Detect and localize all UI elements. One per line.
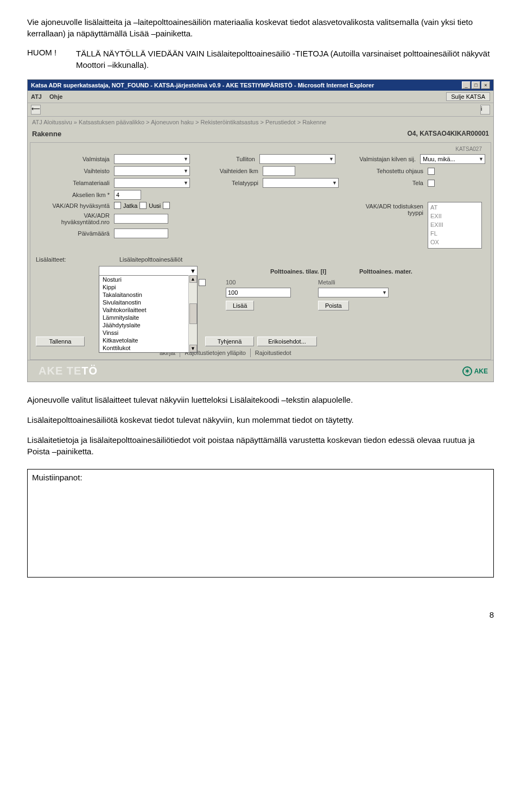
checkbox-tehostettu[interactable] <box>428 168 435 175</box>
select-valmistaja[interactable]: ▼ <box>114 154 190 164</box>
env-stamp: AKE TETÖ <box>33 363 103 379</box>
polttoaines-mater-value: Metalli <box>318 279 335 286</box>
note-row: HUOM ! TÄLLÄ NÄYTÖLLÄ VIEDÄÄN VAIN Lisäl… <box>27 48 494 71</box>
dropdown-item[interactable]: Jäähdytyslaite <box>99 321 188 329</box>
window-title: Katsa ADR superkatsastaja, NOT_FOUND - K… <box>31 82 374 88</box>
label-vak-nro: VAK/ADR hyväksyntätod.nro <box>36 212 112 225</box>
input-paivamaara[interactable] <box>114 229 168 238</box>
notes-label: Muistiinpanot: <box>32 473 82 482</box>
dropdown-item[interactable]: Takalaitanostin <box>99 291 188 299</box>
dropdown-scrollbar[interactable]: ▲ ▼ <box>188 275 197 352</box>
tyhjenna-button[interactable]: Tyhjennä <box>205 337 254 346</box>
input-polttoaines-tilav[interactable] <box>226 288 291 297</box>
page-number: 8 <box>27 610 494 619</box>
list-item[interactable]: FL <box>430 230 479 238</box>
select-tulliton[interactable]: ▼ <box>259 154 335 164</box>
app-window: Katsa ADR superkatsastaja, NOT_FOUND - K… <box>27 79 494 382</box>
label-uusi: Uusi <box>149 202 161 209</box>
list-item[interactable]: EXIII <box>430 221 479 230</box>
select-polttoaines-mater[interactable]: ▼ <box>318 288 389 297</box>
lisalaite-dropdown-open[interactable]: ▼ Nosturi Kippi Takalaitanostin Sivulait… <box>99 266 198 353</box>
minimize-button[interactable]: _ <box>462 81 471 89</box>
lisaa-button[interactable]: Lisää <box>226 301 254 310</box>
info-icon[interactable]: i <box>480 105 490 115</box>
scroll-down-icon[interactable]: ▼ <box>189 345 197 352</box>
ake-logo: ✶AKE <box>462 366 488 376</box>
select-telatyyppi[interactable]: ▼ <box>263 178 339 188</box>
chevron-down-icon: ▼ <box>183 180 188 186</box>
scroll-thumb[interactable] <box>189 303 197 324</box>
label-vak-hyvaksynta: VAK/ADR hyväksyntä <box>36 202 112 209</box>
dropdown-list: Nosturi Kippi Takalaitanostin Sivulaitan… <box>99 275 188 352</box>
checkbox-jatka[interactable] <box>139 202 147 209</box>
dropdown-item[interactable]: Lämmityslaite <box>99 314 188 321</box>
para-after-3: Lisälaitetietoja ja lisälaitepolttoaines… <box>27 434 494 457</box>
note-text: TÄLLÄ NÄYTÖLLÄ VIEDÄÄN VAIN Lisälaitepol… <box>76 48 494 71</box>
note-label: HUOM ! <box>27 48 76 71</box>
list-vak-todistus-tyyppi[interactable]: AT EXII EXIII FL OX <box>428 202 482 249</box>
para-after-2: Lisälaitepolttoainesäiliötä koskevat tie… <box>27 414 494 426</box>
label-paivamaara: Päivämäärä <box>36 230 112 237</box>
select-vaihteisto[interactable]: ▼ <box>114 166 190 176</box>
label-valmistaja: Valmistaja <box>36 156 112 162</box>
label-tehostettu: Tehostettu ohjaus <box>350 168 425 174</box>
dropdown-item[interactable]: Nosturi <box>99 276 188 283</box>
poista-button[interactable]: Poista <box>318 301 349 310</box>
chevron-down-icon: ▼ <box>190 268 196 274</box>
polttoaines-tilav-value: 100 <box>226 279 236 286</box>
menu-ohje[interactable]: Ohje <box>49 93 62 100</box>
label-telamateriaali: Telamateriaali <box>36 180 112 186</box>
page-title: Rakenne <box>32 130 61 138</box>
chevron-down-icon: ▼ <box>332 180 337 186</box>
header-polttoaines-mater: Polttoaines. mater. <box>359 268 485 275</box>
select-kilven-sij[interactable]: Muu, mikä...▼ <box>420 154 485 164</box>
form-code: KATSA027 <box>36 146 485 152</box>
footer-bar: AKE TETÖ ✶AKE <box>28 360 493 382</box>
iconbar: ⟵ i <box>28 103 493 117</box>
dropdown-item[interactable]: Kippi <box>99 283 188 291</box>
label-tela: Tela <box>350 180 425 186</box>
dropdown-item[interactable]: Sivulaitanostin <box>99 299 188 306</box>
menubar: ATJ Ohje Sulje KATSA <box>28 91 493 103</box>
vehicle-id: O4, KATSAO4KIKAR00001 <box>408 130 490 138</box>
chevron-down-icon: ▼ <box>479 156 484 162</box>
tabs-bar: akirjat Rajoitustietojen ylläpito Rajoit… <box>155 348 485 357</box>
breadcrumb: ATJ Aloitussivu » Katsastuksen päävalikk… <box>28 117 493 128</box>
input-vaihteiden-lkm[interactable] <box>263 166 295 176</box>
chevron-down-icon: ▼ <box>183 168 188 174</box>
erikoisehdot-button[interactable]: Erikoisehdot... <box>257 337 317 346</box>
dropdown-item[interactable]: Kitkavetolaite <box>99 337 188 344</box>
sulje-katsa-button[interactable]: Sulje KATSA <box>446 92 490 101</box>
maximize-button[interactable]: □ <box>472 81 480 89</box>
list-item[interactable]: OX <box>430 238 479 247</box>
intro-paragraph: Vie ajoneuvolle lisälaitteita ja –laitep… <box>27 16 494 39</box>
dropdown-item[interactable]: Vaihtokorilaitteet <box>99 306 188 314</box>
nav-back-icon[interactable]: ⟵ <box>31 105 41 115</box>
dropdown-item[interactable]: Konttilukot <box>99 344 188 352</box>
chevron-down-icon: ▼ <box>382 290 387 295</box>
scroll-up-icon[interactable]: ▲ <box>189 275 197 283</box>
titlebar: Katsa ADR superkatsastaja, NOT_FOUND - K… <box>28 80 493 91</box>
label-vak-todistus-tyyppi: VAK/ADR todistuksen tyyppi <box>350 203 425 216</box>
menu-atj[interactable]: ATJ <box>31 93 42 100</box>
label-akselien-lkm: Akselien lkm * <box>36 192 112 198</box>
tallenna-button[interactable]: Tallenna <box>36 337 85 346</box>
checkbox-vak-hyvaksynta[interactable] <box>114 202 121 209</box>
input-vak-nro[interactable] <box>114 214 168 224</box>
checkbox-polttoainessailio[interactable] <box>199 279 206 286</box>
checkbox-uusi[interactable] <box>163 202 170 209</box>
label-kilven-sij: Valmistajan kilven sij. <box>342 156 418 162</box>
list-item[interactable]: AT <box>430 204 479 212</box>
label-tulliton: Tulliton <box>192 156 257 162</box>
chevron-down-icon: ▼ <box>329 156 334 162</box>
close-button[interactable]: × <box>481 81 490 89</box>
notes-box: Muistiinpanot: <box>27 469 494 578</box>
tab-rajoitustiedot[interactable]: Rajoitustiedot <box>251 348 296 357</box>
page-header: Rakenne O4, KATSAO4KIKAR00001 <box>28 128 493 142</box>
select-telamateriaali[interactable]: ▼ <box>114 178 190 188</box>
checkbox-tela[interactable] <box>428 180 435 187</box>
input-akselien-lkm[interactable] <box>114 190 141 200</box>
form-panel: KATSA027 Valmistaja ▼ Tulliton ▼ Valmist… <box>30 142 491 360</box>
dropdown-item[interactable]: Vinssi <box>99 329 188 337</box>
list-item[interactable]: EXII <box>430 212 479 221</box>
